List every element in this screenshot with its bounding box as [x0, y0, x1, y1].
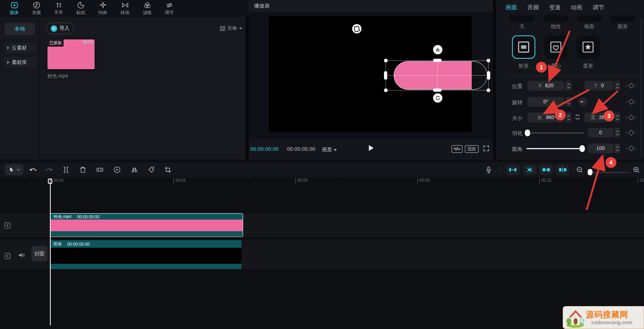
- clip-body: [50, 248, 242, 264]
- record-voiceover-button[interactable]: [485, 166, 493, 174]
- position-y-field[interactable]: Y 0: [584, 81, 613, 90]
- view-mode-label: 宫格: [227, 25, 237, 32]
- zoom-in-button[interactable]: [633, 166, 640, 173]
- sidebar-item-cloud[interactable]: 云素材: [4, 43, 36, 53]
- position-keyframe-button[interactable]: [624, 81, 638, 90]
- track-audio-icon[interactable]: [18, 252, 25, 259]
- import-button[interactable]: 导入: [46, 23, 74, 34]
- timeline-zoom-handle[interactable]: [588, 169, 592, 175]
- corner-slider-track[interactable]: [526, 148, 584, 149]
- timeline-zoom-slider[interactable]: [588, 172, 629, 173]
- toolbar-item-sticker[interactable]: 贴纸: [70, 0, 92, 16]
- position-x-field[interactable]: X 620: [527, 81, 564, 90]
- snap-toggle[interactable]: [506, 164, 519, 175]
- mask-heart-button[interactable]: [544, 35, 568, 59]
- split-button[interactable]: [62, 166, 70, 174]
- feather-slider-track[interactable]: [526, 132, 584, 134]
- sidebar-item-local[interactable]: 本地: [5, 23, 35, 35]
- sidebar-item-library[interactable]: 素材库: [4, 57, 36, 68]
- rotation-dial[interactable]: [578, 97, 587, 106]
- playhead-handle[interactable]: [48, 179, 52, 184]
- view-mode-switch[interactable]: 宫格: [220, 25, 242, 32]
- mask-origin-icon[interactable]: [352, 24, 361, 33]
- undo-button[interactable]: [29, 166, 37, 174]
- mask-mirror-button[interactable]: [577, 15, 602, 22]
- feather-keyframe-button[interactable]: [624, 128, 638, 138]
- playhead[interactable]: [50, 179, 51, 325]
- play-button[interactable]: [366, 144, 375, 152]
- rotate-clip-button[interactable]: [147, 166, 155, 174]
- toolbar-item-transition[interactable]: 转场: [114, 0, 136, 16]
- feather-slider-handle[interactable]: [525, 130, 530, 136]
- crop-button[interactable]: [164, 166, 172, 174]
- toolbar-item-effects[interactable]: 特效: [92, 0, 114, 16]
- handle-right[interactable]: [487, 71, 490, 80]
- position-y-stepper[interactable]: [614, 81, 620, 90]
- handle-top-right[interactable]: [487, 59, 490, 62]
- cover-button[interactable]: 封面: [31, 246, 47, 261]
- size-keyframe-button[interactable]: [624, 113, 638, 122]
- handle-top-left[interactable]: [384, 59, 388, 62]
- size-length-stepper[interactable]: [566, 113, 572, 122]
- quality-dropdown[interactable]: 画质: [322, 146, 337, 153]
- corner-stepper[interactable]: [614, 144, 620, 153]
- rotate-handle-button[interactable]: [433, 93, 442, 103]
- handle-left[interactable]: [384, 71, 387, 80]
- redo-button[interactable]: [45, 166, 53, 174]
- split-preview-toggle[interactable]: [556, 164, 569, 175]
- tab-adjust[interactable]: 调节: [592, 4, 604, 11]
- freeze-frame-button[interactable]: [96, 166, 104, 174]
- track1-toggle-icon[interactable]: [4, 222, 11, 229]
- clip-pink-video[interactable]: 粉色.mp4 00:00:05:00: [50, 213, 243, 237]
- corner-keyframe-button[interactable]: [624, 144, 638, 153]
- select-tool-button[interactable]: [5, 164, 23, 175]
- tab-animation[interactable]: 动画: [571, 4, 582, 11]
- tab-speed[interactable]: 变速: [549, 4, 561, 11]
- toolbar-item-media[interactable]: 媒体: [3, 0, 25, 16]
- track2-toggle-icon[interactable]: [4, 253, 11, 259]
- media-thumbnail[interactable]: 已添加 00:05: [47, 39, 95, 69]
- rotation-keyframe-button[interactable]: [624, 97, 638, 107]
- rotation-field[interactable]: 0°: [527, 97, 564, 107]
- mask-circle-button[interactable]: [610, 15, 635, 22]
- position-x-stepper[interactable]: [566, 81, 572, 90]
- mask-star-button[interactable]: [576, 35, 600, 59]
- mask-rectangle-button[interactable]: [512, 35, 535, 59]
- clip-body: [50, 220, 243, 231]
- media-sidebar: 本地 云素材 素材库: [0, 17, 40, 160]
- waveform-toggle-button[interactable]: [452, 145, 462, 153]
- size-width-field[interactable]: 宽 260: [584, 113, 613, 122]
- reverse-button[interactable]: [113, 166, 121, 174]
- toolbar-item-text[interactable]: TI 文本: [47, 0, 70, 16]
- feather-value-field[interactable]: 0: [588, 128, 613, 138]
- delete-button[interactable]: [79, 166, 87, 174]
- handle-bottom[interactable]: [433, 88, 442, 92]
- feather-stepper[interactable]: [614, 128, 620, 138]
- tab-audio[interactable]: 音频: [527, 4, 539, 11]
- toolbar-item-adjust[interactable]: 调节: [158, 0, 180, 16]
- tab-picture[interactable]: 画面: [506, 4, 517, 11]
- mask-none-button[interactable]: [510, 15, 535, 22]
- fullscreen-button[interactable]: [483, 145, 490, 152]
- linkage-toggle[interactable]: [523, 164, 536, 175]
- feather-drag-button[interactable]: [433, 45, 442, 54]
- panel-scrollbar[interactable]: [640, 18, 642, 157]
- mirror-button[interactable]: [130, 166, 138, 174]
- clip-black-field[interactable]: 黑场 00:00:05:00: [50, 240, 242, 269]
- handle-top[interactable]: [433, 59, 442, 62]
- corner-slider-handle[interactable]: [580, 145, 585, 152]
- toolbar-item-audio[interactable]: 音频: [25, 0, 47, 16]
- aspect-link-icon[interactable]: [574, 113, 581, 121]
- size-length-field[interactable]: 长 960: [527, 113, 564, 122]
- mask-linear-button[interactable]: [543, 15, 568, 22]
- rotation-stepper[interactable]: [566, 97, 572, 107]
- size-width-stepper[interactable]: [614, 113, 620, 122]
- zoom-out-button[interactable]: [576, 166, 583, 173]
- handle-bottom-right[interactable]: [487, 88, 490, 92]
- toolbar-item-filter[interactable]: 滤镜: [136, 0, 158, 16]
- fit-button[interactable]: 适应: [465, 145, 479, 153]
- preview-axis-toggle[interactable]: [540, 164, 553, 175]
- handle-bottom-left[interactable]: [384, 88, 388, 92]
- waveform-icon: [453, 147, 461, 151]
- corner-value-field[interactable]: 100: [588, 144, 613, 153]
